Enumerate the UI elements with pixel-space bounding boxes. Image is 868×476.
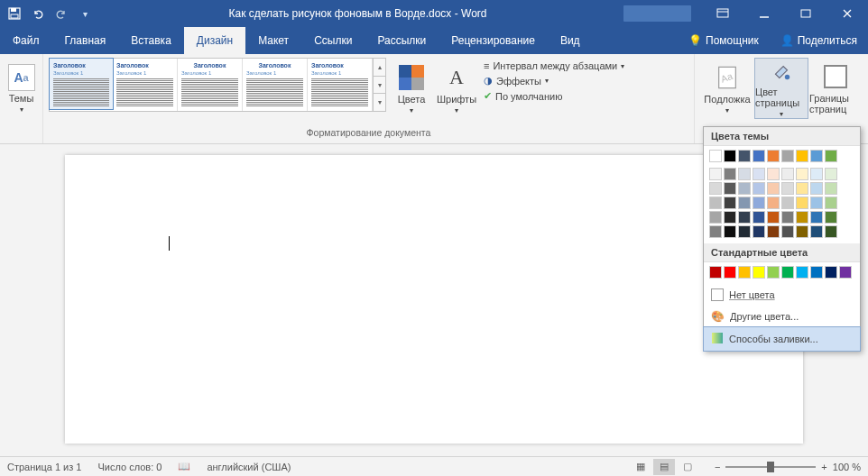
tab-review[interactable]: Рецензирование: [439, 27, 548, 54]
status-word-count[interactable]: Число слов: 0: [97, 462, 162, 472]
color-swatch[interactable]: [738, 225, 751, 238]
style-set-item[interactable]: ЗаголовокЗаголовок 1: [49, 58, 114, 110]
color-swatch[interactable]: [796, 225, 808, 238]
zoom-level[interactable]: 100 %: [833, 462, 861, 472]
color-swatch[interactable]: [810, 211, 823, 224]
color-swatch[interactable]: [781, 150, 794, 162]
gallery-more-icon[interactable]: ▾: [374, 94, 385, 111]
more-colors-item[interactable]: 🎨Другие цвета...: [704, 306, 860, 327]
zoom-slider[interactable]: [725, 466, 816, 468]
style-set-gallery[interactable]: ЗаголовокЗаголовок 1 ЗаголовокЗаголовок …: [49, 58, 386, 112]
spellcheck-icon[interactable]: 📖: [178, 461, 190, 472]
color-swatch[interactable]: [810, 266, 823, 279]
color-swatch[interactable]: [839, 266, 852, 279]
color-swatch[interactable]: [738, 168, 751, 180]
color-swatch[interactable]: [810, 150, 823, 162]
save-icon[interactable]: [7, 6, 22, 21]
color-swatch[interactable]: [738, 266, 751, 279]
no-color-item[interactable]: Нет цвета: [704, 284, 860, 306]
color-swatch[interactable]: [738, 211, 751, 224]
gallery-up-icon[interactable]: ▴: [374, 59, 385, 77]
web-layout-icon[interactable]: ▢: [677, 459, 698, 475]
read-mode-icon[interactable]: ▦: [630, 459, 651, 475]
qat-more-icon[interactable]: ▾: [78, 6, 92, 21]
close-icon[interactable]: [826, 0, 868, 27]
color-swatch[interactable]: [709, 182, 722, 195]
set-default-button[interactable]: ✔По умолчанию: [480, 89, 628, 103]
color-swatch[interactable]: [825, 168, 837, 180]
color-swatch[interactable]: [738, 182, 751, 195]
color-swatch[interactable]: [767, 182, 780, 195]
user-account-box[interactable]: [623, 5, 691, 22]
minimize-icon[interactable]: [743, 0, 785, 27]
color-swatch[interactable]: [767, 211, 780, 224]
style-set-item[interactable]: ЗаголовокЗаголовок 1: [308, 59, 373, 111]
tab-layout[interactable]: Макет: [245, 27, 301, 54]
color-swatch[interactable]: [796, 182, 808, 195]
share-button[interactable]: 👤Поделиться: [770, 27, 868, 54]
color-swatch[interactable]: [825, 225, 837, 238]
color-swatch[interactable]: [825, 150, 837, 162]
color-swatch[interactable]: [825, 197, 837, 209]
color-swatch[interactable]: [753, 197, 765, 209]
color-swatch[interactable]: [724, 211, 736, 224]
color-swatch[interactable]: [825, 211, 837, 224]
tab-references[interactable]: Ссылки: [301, 27, 365, 54]
style-set-item[interactable]: ЗаголовокЗаголовок 1: [178, 59, 243, 111]
color-swatch[interactable]: [724, 182, 736, 195]
page-color-button[interactable]: Цвет страницы▾: [754, 58, 808, 119]
color-swatch[interactable]: [767, 168, 780, 180]
color-swatch[interactable]: [753, 150, 765, 162]
undo-icon[interactable]: [31, 6, 45, 21]
zoom-out-icon[interactable]: −: [715, 462, 720, 472]
color-swatch[interactable]: [796, 211, 808, 224]
color-swatch[interactable]: [781, 197, 794, 209]
color-swatch[interactable]: [767, 150, 780, 162]
color-swatch[interactable]: [825, 266, 837, 279]
tab-mailings[interactable]: Рассылки: [365, 27, 439, 54]
color-scheme-button[interactable]: Цвета▾: [390, 58, 433, 119]
zoom-in-icon[interactable]: +: [821, 462, 826, 472]
color-swatch[interactable]: [753, 211, 765, 224]
watermark-button[interactable]: Aa Подложка▾: [700, 58, 754, 119]
color-swatch[interactable]: [724, 197, 736, 209]
maximize-icon[interactable]: [785, 0, 826, 27]
color-swatch[interactable]: [781, 266, 794, 279]
color-swatch[interactable]: [767, 225, 780, 238]
color-swatch[interactable]: [753, 168, 765, 180]
color-swatch[interactable]: [724, 168, 736, 180]
color-swatch[interactable]: [738, 197, 751, 209]
color-swatch[interactable]: [753, 225, 765, 238]
print-layout-icon[interactable]: ▤: [653, 459, 675, 475]
color-swatch[interactable]: [709, 197, 722, 209]
style-set-item[interactable]: ЗаголовокЗаголовок 1: [113, 59, 178, 111]
gallery-down-icon[interactable]: ▾: [374, 77, 385, 95]
tab-design[interactable]: Дизайн: [184, 27, 245, 54]
color-swatch[interactable]: [709, 168, 722, 180]
status-page[interactable]: Страница 1 из 1: [7, 462, 81, 472]
color-swatch[interactable]: [753, 266, 765, 279]
color-swatch[interactable]: [753, 182, 765, 195]
color-swatch[interactable]: [810, 182, 823, 195]
color-swatch[interactable]: [796, 150, 808, 162]
style-set-item[interactable]: ЗаголовокЗаголовок 1: [243, 59, 308, 111]
color-swatch[interactable]: [825, 182, 837, 195]
color-swatch[interactable]: [724, 150, 736, 162]
fill-effects-item[interactable]: Способы заливки...: [703, 326, 861, 352]
color-swatch[interactable]: [810, 225, 823, 238]
color-swatch[interactable]: [781, 225, 794, 238]
color-swatch[interactable]: [709, 225, 722, 238]
tab-home[interactable]: Главная: [52, 27, 119, 54]
themes-button[interactable]: Aa Темы ▾: [5, 58, 37, 119]
tab-insert[interactable]: Вставка: [118, 27, 184, 54]
paragraph-spacing-button[interactable]: ≡Интервал между абзацами▾: [480, 60, 628, 72]
color-swatch[interactable]: [709, 211, 722, 224]
effects-button[interactable]: ◑Эффекты▾: [480, 74, 628, 87]
document-page[interactable]: [65, 155, 803, 444]
color-swatch[interactable]: [796, 168, 808, 180]
color-swatch[interactable]: [738, 150, 751, 162]
color-swatch[interactable]: [767, 197, 780, 209]
color-swatch[interactable]: [724, 266, 736, 279]
color-swatch[interactable]: [796, 266, 808, 279]
color-swatch[interactable]: [810, 168, 823, 180]
